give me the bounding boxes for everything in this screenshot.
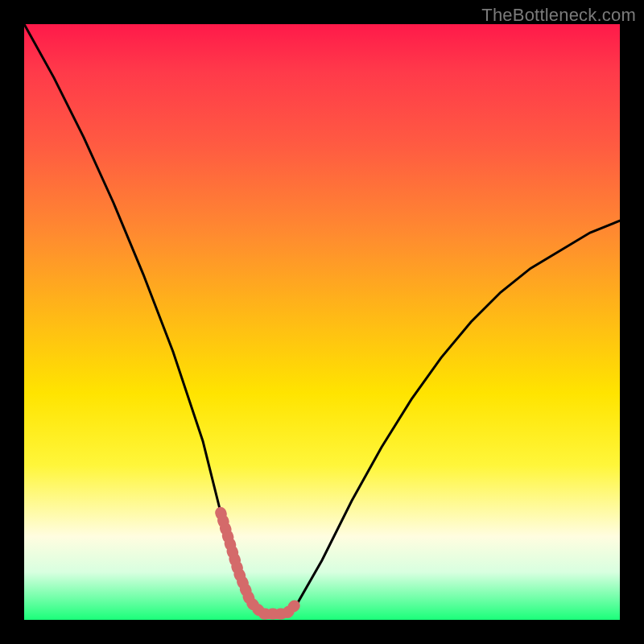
chart-frame: TheBottleneck.com	[0, 0, 644, 644]
bottleneck-curve	[24, 24, 620, 614]
plot-area	[24, 24, 620, 620]
highlight-segment	[221, 513, 298, 614]
watermark-text: TheBottleneck.com	[481, 5, 636, 26]
curve-layer	[24, 24, 620, 620]
